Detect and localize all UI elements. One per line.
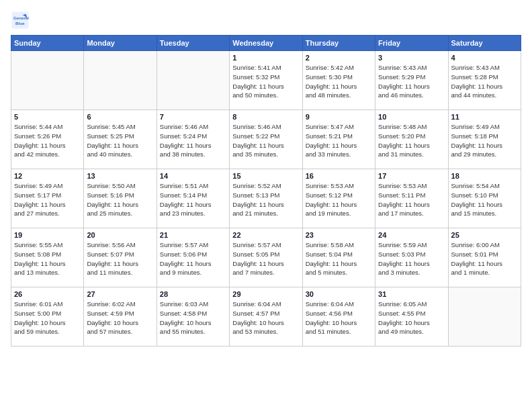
day-cell: 3Sunrise: 5:43 AM Sunset: 5:29 PM Daylig… — [375, 51, 448, 110]
day-cell: 27Sunrise: 6:02 AM Sunset: 4:59 PM Dayli… — [84, 287, 157, 347]
day-info: Sunrise: 6:02 AM Sunset: 4:59 PM Dayligh… — [87, 300, 153, 336]
day-cell: 6Sunrise: 5:45 AM Sunset: 5:25 PM Daylig… — [84, 110, 157, 169]
col-header-wednesday: Wednesday — [230, 36, 302, 51]
day-info: Sunrise: 6:04 AM Sunset: 4:57 PM Dayligh… — [232, 300, 299, 336]
day-info: Sunrise: 5:49 AM Sunset: 5:18 PM Dayligh… — [451, 122, 518, 159]
week-row-5: 26Sunrise: 6:01 AM Sunset: 5:00 PM Dayli… — [11, 287, 521, 347]
day-cell: 18Sunrise: 5:54 AM Sunset: 5:10 PM Dayli… — [448, 169, 521, 228]
col-header-saturday: Saturday — [448, 36, 521, 51]
day-info: Sunrise: 5:41 AM Sunset: 5:32 PM Dayligh… — [232, 63, 299, 100]
day-number: 4 — [451, 54, 518, 62]
day-cell: 24Sunrise: 5:59 AM Sunset: 5:03 PM Dayli… — [375, 228, 448, 287]
day-cell: 17Sunrise: 5:53 AM Sunset: 5:11 PM Dayli… — [375, 169, 448, 228]
day-info: Sunrise: 6:05 AM Sunset: 4:55 PM Dayligh… — [378, 300, 445, 336]
day-cell: 29Sunrise: 6:04 AM Sunset: 4:57 PM Dayli… — [230, 287, 302, 347]
day-info: Sunrise: 5:46 AM Sunset: 5:22 PM Dayligh… — [232, 122, 299, 159]
day-cell: 21Sunrise: 5:57 AM Sunset: 5:06 PM Dayli… — [157, 228, 229, 287]
day-cell: 22Sunrise: 5:57 AM Sunset: 5:05 PM Dayli… — [230, 228, 302, 287]
day-number: 24 — [378, 231, 445, 239]
day-cell: 20Sunrise: 5:56 AM Sunset: 5:07 PM Dayli… — [84, 228, 157, 287]
day-number: 16 — [306, 172, 372, 180]
day-cell: 12Sunrise: 5:49 AM Sunset: 5:17 PM Dayli… — [11, 169, 84, 228]
day-info: Sunrise: 5:53 AM Sunset: 5:12 PM Dayligh… — [306, 181, 372, 218]
day-number: 27 — [87, 290, 153, 298]
day-info: Sunrise: 5:52 AM Sunset: 5:13 PM Dayligh… — [232, 181, 299, 218]
day-number: 1 — [232, 54, 299, 62]
day-cell: 11Sunrise: 5:49 AM Sunset: 5:18 PM Dayli… — [448, 110, 521, 169]
day-cell: 19Sunrise: 5:55 AM Sunset: 5:08 PM Dayli… — [11, 228, 84, 287]
week-row-1: 1Sunrise: 5:41 AM Sunset: 5:32 PM Daylig… — [11, 51, 521, 110]
day-cell: 13Sunrise: 5:50 AM Sunset: 5:16 PM Dayli… — [84, 169, 157, 228]
day-info: Sunrise: 6:00 AM Sunset: 5:01 PM Dayligh… — [451, 240, 518, 277]
day-number: 23 — [306, 231, 372, 239]
day-number: 26 — [14, 290, 81, 298]
day-cell: 10Sunrise: 5:48 AM Sunset: 5:20 PM Dayli… — [375, 110, 448, 169]
day-number: 7 — [160, 113, 226, 121]
day-info: Sunrise: 5:58 AM Sunset: 5:04 PM Dayligh… — [306, 240, 372, 277]
day-number: 15 — [232, 172, 299, 180]
day-number: 12 — [14, 172, 81, 180]
svg-text:Blue: Blue — [15, 21, 25, 26]
calendar: SundayMondayTuesdayWednesdayThursdayFrid… — [11, 35, 521, 347]
day-info: Sunrise: 5:56 AM Sunset: 5:07 PM Dayligh… — [87, 240, 153, 277]
logo-icon: General Blue — [11, 11, 30, 30]
day-info: Sunrise: 5:57 AM Sunset: 5:06 PM Dayligh… — [160, 240, 226, 277]
day-number: 17 — [378, 172, 445, 180]
day-cell: 25Sunrise: 6:00 AM Sunset: 5:01 PM Dayli… — [448, 228, 521, 287]
day-info: Sunrise: 6:01 AM Sunset: 5:00 PM Dayligh… — [14, 300, 81, 336]
day-number: 2 — [306, 54, 372, 62]
day-info: Sunrise: 5:50 AM Sunset: 5:16 PM Dayligh… — [87, 181, 153, 218]
title-section — [31, 11, 521, 12]
logo: General Blue — [11, 11, 31, 30]
day-number: 5 — [14, 113, 81, 121]
day-cell: 16Sunrise: 5:53 AM Sunset: 5:12 PM Dayli… — [302, 169, 375, 228]
day-cell: 5Sunrise: 5:44 AM Sunset: 5:26 PM Daylig… — [11, 110, 84, 169]
day-info: Sunrise: 5:44 AM Sunset: 5:26 PM Dayligh… — [14, 122, 81, 159]
day-cell: 2Sunrise: 5:42 AM Sunset: 5:30 PM Daylig… — [302, 51, 375, 110]
day-info: Sunrise: 5:42 AM Sunset: 5:30 PM Dayligh… — [306, 63, 372, 100]
week-row-4: 19Sunrise: 5:55 AM Sunset: 5:08 PM Dayli… — [11, 228, 521, 287]
day-number: 18 — [451, 172, 518, 180]
day-cell: 14Sunrise: 5:51 AM Sunset: 5:14 PM Dayli… — [157, 169, 229, 228]
day-number: 9 — [306, 113, 372, 121]
page-header: General Blue — [11, 11, 521, 30]
day-cell: 23Sunrise: 5:58 AM Sunset: 5:04 PM Dayli… — [302, 228, 375, 287]
day-info: Sunrise: 5:55 AM Sunset: 5:08 PM Dayligh… — [14, 240, 81, 277]
week-row-2: 5Sunrise: 5:44 AM Sunset: 5:26 PM Daylig… — [11, 110, 521, 169]
day-number: 22 — [232, 231, 299, 239]
week-row-3: 12Sunrise: 5:49 AM Sunset: 5:17 PM Dayli… — [11, 169, 521, 228]
day-info: Sunrise: 6:04 AM Sunset: 4:56 PM Dayligh… — [306, 300, 372, 336]
col-header-thursday: Thursday — [302, 36, 375, 51]
day-info: Sunrise: 5:59 AM Sunset: 5:03 PM Dayligh… — [378, 240, 445, 277]
day-number: 11 — [451, 113, 518, 121]
day-info: Sunrise: 5:49 AM Sunset: 5:17 PM Dayligh… — [14, 181, 81, 218]
day-cell: 4Sunrise: 5:43 AM Sunset: 5:28 PM Daylig… — [448, 51, 521, 110]
day-number: 3 — [378, 54, 445, 62]
day-cell — [84, 51, 157, 110]
day-number: 14 — [160, 172, 226, 180]
col-header-friday: Friday — [375, 36, 448, 51]
day-info: Sunrise: 5:53 AM Sunset: 5:11 PM Dayligh… — [378, 181, 445, 218]
svg-text:General: General — [13, 15, 29, 20]
col-header-tuesday: Tuesday — [157, 36, 229, 51]
day-cell — [157, 51, 229, 110]
day-cell: 1Sunrise: 5:41 AM Sunset: 5:32 PM Daylig… — [230, 51, 302, 110]
col-header-sunday: Sunday — [11, 36, 84, 51]
day-number: 20 — [87, 231, 153, 239]
day-info: Sunrise: 5:51 AM Sunset: 5:14 PM Dayligh… — [160, 181, 226, 218]
day-number: 6 — [87, 113, 153, 121]
day-info: Sunrise: 5:47 AM Sunset: 5:21 PM Dayligh… — [306, 122, 372, 159]
day-number: 13 — [87, 172, 153, 180]
day-number: 21 — [160, 231, 226, 239]
day-number: 29 — [232, 290, 299, 298]
day-number: 8 — [232, 113, 299, 121]
col-header-monday: Monday — [84, 36, 157, 51]
day-cell: 26Sunrise: 6:01 AM Sunset: 5:00 PM Dayli… — [11, 287, 84, 347]
day-number: 19 — [14, 231, 81, 239]
day-info: Sunrise: 5:46 AM Sunset: 5:24 PM Dayligh… — [160, 122, 226, 159]
day-number: 30 — [306, 290, 372, 298]
day-number: 28 — [160, 290, 226, 298]
day-info: Sunrise: 5:57 AM Sunset: 5:05 PM Dayligh… — [232, 240, 299, 277]
day-info: Sunrise: 6:03 AM Sunset: 4:58 PM Dayligh… — [160, 300, 226, 336]
day-cell: 15Sunrise: 5:52 AM Sunset: 5:13 PM Dayli… — [230, 169, 302, 228]
